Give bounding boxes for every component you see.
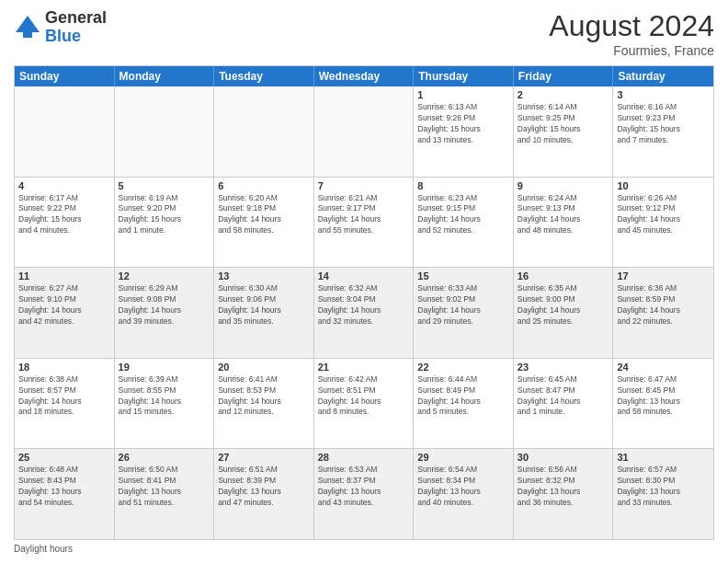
- cal-cell: 9Sunrise: 6:24 AM Sunset: 9:13 PM Daylig…: [514, 178, 614, 268]
- cal-cell: 26Sunrise: 6:50 AM Sunset: 8:41 PM Dayli…: [115, 449, 215, 539]
- day-number: 7: [318, 180, 410, 191]
- calendar: SundayMondayTuesdayWednesdayThursdayFrid…: [14, 65, 714, 540]
- cal-cell: 14Sunrise: 6:32 AM Sunset: 9:04 PM Dayli…: [314, 268, 415, 358]
- logo-general: General: [45, 9, 107, 28]
- day-info: Sunrise: 6:21 AM Sunset: 9:17 PM Dayligh…: [318, 193, 410, 237]
- day-info: Sunrise: 6:27 AM Sunset: 9:10 PM Dayligh…: [18, 283, 110, 327]
- cal-cell: [214, 86, 314, 177]
- day-number: 21: [318, 362, 410, 373]
- day-info: Sunrise: 6:24 AM Sunset: 9:13 PM Dayligh…: [518, 193, 609, 237]
- cal-cell: 20Sunrise: 6:41 AM Sunset: 8:53 PM Dayli…: [214, 359, 314, 449]
- day-number: 17: [617, 270, 710, 282]
- cal-cell: 11Sunrise: 6:27 AM Sunset: 9:10 PM Dayli…: [15, 268, 115, 358]
- logo-blue: Blue: [45, 28, 107, 46]
- day-number: 19: [119, 362, 210, 373]
- day-number: 9: [518, 180, 609, 191]
- day-info: Sunrise: 6:13 AM Sunset: 9:26 PM Dayligh…: [417, 102, 509, 146]
- day-number: 20: [218, 362, 310, 373]
- cal-cell: 29Sunrise: 6:54 AM Sunset: 8:34 PM Dayli…: [414, 449, 514, 539]
- cal-cell: 23Sunrise: 6:45 AM Sunset: 8:47 PM Dayli…: [514, 359, 614, 449]
- cal-cell: 22Sunrise: 6:44 AM Sunset: 8:49 PM Dayli…: [414, 359, 514, 449]
- svg-rect-1: [23, 32, 32, 38]
- day-number: 27: [218, 452, 310, 463]
- day-number: 12: [119, 270, 210, 282]
- day-info: Sunrise: 6:50 AM Sunset: 8:41 PM Dayligh…: [119, 465, 210, 509]
- day-info: Sunrise: 6:26 AM Sunset: 9:12 PM Dayligh…: [617, 193, 710, 237]
- day-number: 3: [617, 89, 710, 100]
- title-block: August 2024 Fourmies, France: [549, 9, 714, 58]
- logo-text: General Blue: [45, 9, 107, 46]
- cal-cell: 12Sunrise: 6:29 AM Sunset: 9:08 PM Dayli…: [115, 268, 215, 358]
- cal-cell: 24Sunrise: 6:47 AM Sunset: 8:45 PM Dayli…: [613, 359, 713, 449]
- day-info: Sunrise: 6:45 AM Sunset: 8:47 PM Dayligh…: [518, 374, 609, 419]
- cal-cell: 15Sunrise: 6:33 AM Sunset: 9:02 PM Dayli…: [414, 268, 514, 358]
- day-info: Sunrise: 6:39 AM Sunset: 8:55 PM Dayligh…: [119, 374, 210, 419]
- day-number: 29: [417, 452, 509, 463]
- cal-cell: 27Sunrise: 6:51 AM Sunset: 8:39 PM Dayli…: [214, 449, 314, 539]
- day-number: 10: [617, 180, 710, 191]
- day-number: 26: [119, 452, 210, 463]
- day-number: 8: [417, 180, 509, 191]
- month-title: August 2024: [549, 9, 714, 43]
- day-info: Sunrise: 6:42 AM Sunset: 8:51 PM Dayligh…: [318, 374, 410, 419]
- cal-row: 1Sunrise: 6:13 AM Sunset: 9:26 PM Daylig…: [15, 86, 713, 178]
- cal-header-cell: Tuesday: [214, 66, 314, 86]
- cal-cell: [314, 86, 415, 177]
- cal-cell: [115, 86, 215, 177]
- day-info: Sunrise: 6:32 AM Sunset: 9:04 PM Dayligh…: [318, 283, 410, 327]
- day-info: Sunrise: 6:44 AM Sunset: 8:49 PM Dayligh…: [417, 374, 509, 419]
- day-number: 11: [18, 270, 110, 282]
- day-number: 1: [417, 89, 509, 100]
- day-info: Sunrise: 6:47 AM Sunset: 8:45 PM Dayligh…: [617, 374, 710, 419]
- day-number: 2: [518, 89, 609, 100]
- cal-header-cell: Friday: [514, 66, 614, 86]
- day-number: 23: [518, 362, 609, 373]
- day-info: Sunrise: 6:48 AM Sunset: 8:43 PM Dayligh…: [18, 465, 110, 509]
- day-info: Sunrise: 6:19 AM Sunset: 9:20 PM Dayligh…: [119, 193, 210, 237]
- day-number: 24: [617, 362, 710, 373]
- day-number: 31: [617, 452, 710, 463]
- cal-cell: 2Sunrise: 6:14 AM Sunset: 9:25 PM Daylig…: [514, 86, 614, 177]
- day-info: Sunrise: 6:14 AM Sunset: 9:25 PM Dayligh…: [518, 102, 609, 146]
- day-number: 6: [218, 180, 310, 191]
- cal-cell: [15, 86, 115, 177]
- day-number: 28: [318, 452, 410, 463]
- cal-cell: 5Sunrise: 6:19 AM Sunset: 9:20 PM Daylig…: [115, 178, 215, 268]
- cal-cell: 4Sunrise: 6:17 AM Sunset: 9:22 PM Daylig…: [15, 178, 115, 268]
- svg-marker-0: [16, 16, 40, 32]
- day-info: Sunrise: 6:53 AM Sunset: 8:37 PM Dayligh…: [318, 465, 410, 509]
- cal-row: 11Sunrise: 6:27 AM Sunset: 9:10 PM Dayli…: [15, 268, 713, 359]
- day-number: 4: [18, 180, 110, 191]
- cal-cell: 10Sunrise: 6:26 AM Sunset: 9:12 PM Dayli…: [613, 178, 713, 268]
- cal-cell: 31Sunrise: 6:57 AM Sunset: 8:30 PM Dayli…: [613, 449, 713, 539]
- day-info: Sunrise: 6:38 AM Sunset: 8:57 PM Dayligh…: [18, 374, 110, 419]
- cal-cell: 8Sunrise: 6:23 AM Sunset: 9:15 PM Daylig…: [414, 178, 514, 268]
- day-info: Sunrise: 6:17 AM Sunset: 9:22 PM Dayligh…: [18, 193, 110, 237]
- cal-cell: 25Sunrise: 6:48 AM Sunset: 8:43 PM Dayli…: [15, 449, 115, 539]
- cal-header-cell: Wednesday: [314, 66, 415, 86]
- cal-cell: 6Sunrise: 6:20 AM Sunset: 9:18 PM Daylig…: [214, 178, 314, 268]
- day-info: Sunrise: 6:57 AM Sunset: 8:30 PM Dayligh…: [617, 465, 710, 509]
- cal-cell: 28Sunrise: 6:53 AM Sunset: 8:37 PM Dayli…: [314, 449, 415, 539]
- cal-row: 4Sunrise: 6:17 AM Sunset: 9:22 PM Daylig…: [15, 178, 713, 269]
- logo: General Blue: [14, 9, 107, 46]
- cal-header-cell: Saturday: [613, 66, 713, 86]
- cal-row: 25Sunrise: 6:48 AM Sunset: 8:43 PM Dayli…: [15, 449, 713, 539]
- header: General Blue August 2024 Fourmies, Franc…: [14, 9, 714, 58]
- day-info: Sunrise: 6:33 AM Sunset: 9:02 PM Dayligh…: [417, 283, 509, 327]
- cal-cell: 16Sunrise: 6:35 AM Sunset: 9:00 PM Dayli…: [514, 268, 614, 358]
- day-number: 5: [119, 180, 210, 191]
- page: General Blue August 2024 Fourmies, Franc…: [0, 0, 728, 563]
- footer-note: Daylight hours: [14, 540, 714, 554]
- cal-header-cell: Sunday: [15, 66, 115, 86]
- cal-cell: 21Sunrise: 6:42 AM Sunset: 8:51 PM Dayli…: [314, 359, 415, 449]
- cal-cell: 17Sunrise: 6:36 AM Sunset: 8:59 PM Dayli…: [613, 268, 713, 358]
- cal-cell: 7Sunrise: 6:21 AM Sunset: 9:17 PM Daylig…: [314, 178, 415, 268]
- day-number: 18: [18, 362, 110, 373]
- logo-icon: [14, 14, 41, 41]
- day-info: Sunrise: 6:54 AM Sunset: 8:34 PM Dayligh…: [417, 465, 509, 509]
- day-info: Sunrise: 6:51 AM Sunset: 8:39 PM Dayligh…: [218, 465, 310, 509]
- subtitle: Fourmies, France: [549, 43, 714, 58]
- day-number: 22: [417, 362, 509, 373]
- cal-cell: 13Sunrise: 6:30 AM Sunset: 9:06 PM Dayli…: [214, 268, 314, 358]
